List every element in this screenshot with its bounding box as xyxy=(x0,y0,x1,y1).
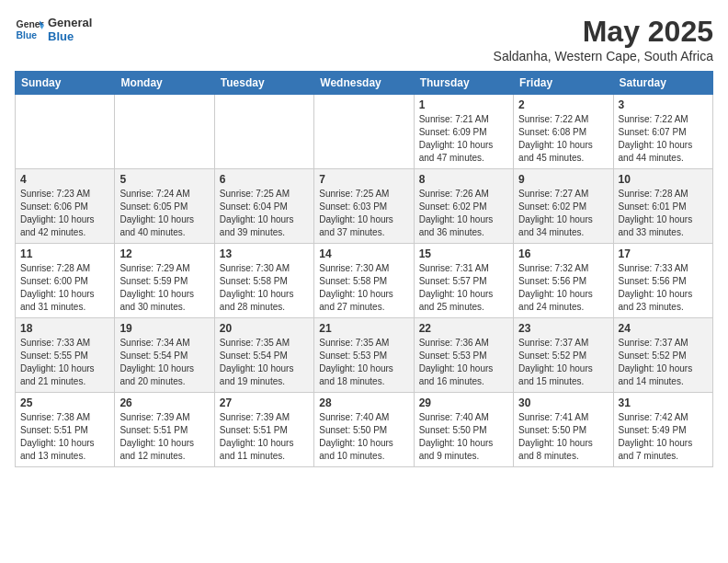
day-number: 13 xyxy=(220,247,309,260)
day-number: 16 xyxy=(518,247,608,260)
day-info: Sunrise: 7:35 AM Sunset: 5:53 PM Dayligh… xyxy=(319,337,408,388)
day-cell: 29Sunrise: 7:40 AM Sunset: 5:50 PM Dayli… xyxy=(414,393,513,467)
day-number: 12 xyxy=(119,247,209,260)
day-number: 26 xyxy=(119,396,209,409)
day-info: Sunrise: 7:35 AM Sunset: 5:54 PM Dayligh… xyxy=(220,337,309,388)
calendar-body: 1Sunrise: 7:21 AM Sunset: 6:09 PM Daylig… xyxy=(16,95,713,467)
day-info: Sunrise: 7:40 AM Sunset: 5:50 PM Dayligh… xyxy=(419,411,508,463)
day-cell xyxy=(16,95,115,169)
day-cell: 4Sunrise: 7:23 AM Sunset: 6:06 PM Daylig… xyxy=(16,169,115,244)
day-info: Sunrise: 7:39 AM Sunset: 5:51 PM Dayligh… xyxy=(220,411,309,463)
day-number: 1 xyxy=(419,98,508,111)
weekday-header-sunday: Sunday xyxy=(16,72,115,95)
day-number: 31 xyxy=(619,396,708,409)
day-number: 3 xyxy=(619,98,708,111)
day-info: Sunrise: 7:21 AM Sunset: 6:09 PM Dayligh… xyxy=(419,113,508,165)
day-cell: 7Sunrise: 7:25 AM Sunset: 6:03 PM Daylig… xyxy=(314,169,414,244)
day-info: Sunrise: 7:37 AM Sunset: 5:52 PM Dayligh… xyxy=(518,337,608,388)
day-cell: 31Sunrise: 7:42 AM Sunset: 5:49 PM Dayli… xyxy=(613,393,712,467)
day-cell: 8Sunrise: 7:26 AM Sunset: 6:02 PM Daylig… xyxy=(414,169,513,244)
day-cell: 11Sunrise: 7:28 AM Sunset: 6:00 PM Dayli… xyxy=(16,244,115,318)
day-info: Sunrise: 7:31 AM Sunset: 5:57 PM Dayligh… xyxy=(419,262,508,314)
day-info: Sunrise: 7:27 AM Sunset: 6:02 PM Dayligh… xyxy=(518,188,608,239)
day-number: 14 xyxy=(319,247,408,260)
weekday-header-saturday: Saturday xyxy=(613,72,712,95)
day-cell: 12Sunrise: 7:29 AM Sunset: 5:59 PM Dayli… xyxy=(115,244,214,318)
week-row-2: 4Sunrise: 7:23 AM Sunset: 6:06 PM Daylig… xyxy=(16,169,713,244)
logo-blue: Blue xyxy=(48,29,92,43)
day-cell: 28Sunrise: 7:40 AM Sunset: 5:50 PM Dayli… xyxy=(314,393,414,467)
day-cell: 23Sunrise: 7:37 AM Sunset: 5:52 PM Dayli… xyxy=(514,318,613,393)
day-info: Sunrise: 7:32 AM Sunset: 5:56 PM Dayligh… xyxy=(518,262,608,314)
day-cell: 22Sunrise: 7:36 AM Sunset: 5:53 PM Dayli… xyxy=(414,318,513,393)
day-number: 17 xyxy=(619,247,708,260)
day-cell: 15Sunrise: 7:31 AM Sunset: 5:57 PM Dayli… xyxy=(414,244,513,318)
day-info: Sunrise: 7:25 AM Sunset: 6:04 PM Dayligh… xyxy=(220,188,309,239)
weekday-header-friday: Friday xyxy=(514,72,613,95)
month-year: May 2025 xyxy=(494,15,713,49)
day-cell: 16Sunrise: 7:32 AM Sunset: 5:56 PM Dayli… xyxy=(514,244,613,318)
day-number: 11 xyxy=(20,247,109,260)
day-number: 29 xyxy=(419,396,508,409)
day-info: Sunrise: 7:24 AM Sunset: 6:05 PM Dayligh… xyxy=(119,188,209,239)
logo: General Blue General Blue xyxy=(15,15,92,44)
weekday-header-monday: Monday xyxy=(115,72,214,95)
day-number: 9 xyxy=(518,173,608,186)
day-cell xyxy=(214,95,313,169)
day-cell: 19Sunrise: 7:34 AM Sunset: 5:54 PM Dayli… xyxy=(115,318,214,393)
day-cell: 3Sunrise: 7:22 AM Sunset: 6:07 PM Daylig… xyxy=(613,95,712,169)
day-info: Sunrise: 7:28 AM Sunset: 6:00 PM Dayligh… xyxy=(20,262,109,314)
day-cell: 20Sunrise: 7:35 AM Sunset: 5:54 PM Dayli… xyxy=(214,318,313,393)
day-cell xyxy=(314,95,414,169)
day-cell: 24Sunrise: 7:37 AM Sunset: 5:52 PM Dayli… xyxy=(613,318,712,393)
day-info: Sunrise: 7:25 AM Sunset: 6:03 PM Dayligh… xyxy=(319,188,408,239)
day-cell: 5Sunrise: 7:24 AM Sunset: 6:05 PM Daylig… xyxy=(115,169,214,244)
title-area: May 2025 Saldanha, Western Cape, South A… xyxy=(494,15,713,63)
day-info: Sunrise: 7:30 AM Sunset: 5:58 PM Dayligh… xyxy=(220,262,309,314)
day-cell: 27Sunrise: 7:39 AM Sunset: 5:51 PM Dayli… xyxy=(214,393,313,467)
day-cell: 18Sunrise: 7:33 AM Sunset: 5:55 PM Dayli… xyxy=(16,318,115,393)
day-number: 24 xyxy=(619,322,708,335)
day-number: 15 xyxy=(419,247,508,260)
logo-general: General xyxy=(48,16,92,29)
day-info: Sunrise: 7:33 AM Sunset: 5:55 PM Dayligh… xyxy=(20,337,109,388)
day-number: 10 xyxy=(619,173,708,186)
calendar-table: SundayMondayTuesdayWednesdayThursdayFrid… xyxy=(15,71,713,467)
day-info: Sunrise: 7:33 AM Sunset: 5:56 PM Dayligh… xyxy=(619,262,708,314)
weekday-header-tuesday: Tuesday xyxy=(214,72,313,95)
day-number: 7 xyxy=(319,173,408,186)
day-info: Sunrise: 7:38 AM Sunset: 5:51 PM Dayligh… xyxy=(20,411,109,463)
day-number: 20 xyxy=(220,322,309,335)
weekday-header-thursday: Thursday xyxy=(414,72,513,95)
day-cell: 26Sunrise: 7:39 AM Sunset: 5:51 PM Dayli… xyxy=(115,393,214,467)
day-cell: 10Sunrise: 7:28 AM Sunset: 6:01 PM Dayli… xyxy=(613,169,712,244)
logo-icon: General Blue xyxy=(15,15,44,44)
day-cell: 30Sunrise: 7:41 AM Sunset: 5:50 PM Dayli… xyxy=(514,393,613,467)
location: Saldanha, Western Cape, South Africa xyxy=(494,49,713,63)
week-row-5: 25Sunrise: 7:38 AM Sunset: 5:51 PM Dayli… xyxy=(16,393,713,467)
day-number: 19 xyxy=(119,322,209,335)
day-number: 2 xyxy=(518,98,608,111)
day-cell: 17Sunrise: 7:33 AM Sunset: 5:56 PM Dayli… xyxy=(613,244,712,318)
day-number: 6 xyxy=(220,173,309,186)
day-info: Sunrise: 7:34 AM Sunset: 5:54 PM Dayligh… xyxy=(119,337,209,388)
day-info: Sunrise: 7:28 AM Sunset: 6:01 PM Dayligh… xyxy=(619,188,708,239)
day-number: 23 xyxy=(518,322,608,335)
week-row-3: 11Sunrise: 7:28 AM Sunset: 6:00 PM Dayli… xyxy=(16,244,713,318)
day-info: Sunrise: 7:40 AM Sunset: 5:50 PM Dayligh… xyxy=(319,411,408,463)
day-info: Sunrise: 7:22 AM Sunset: 6:08 PM Dayligh… xyxy=(518,113,608,165)
day-info: Sunrise: 7:30 AM Sunset: 5:58 PM Dayligh… xyxy=(319,262,408,314)
day-info: Sunrise: 7:39 AM Sunset: 5:51 PM Dayligh… xyxy=(119,411,209,463)
weekday-header-wednesday: Wednesday xyxy=(314,72,414,95)
day-number: 27 xyxy=(220,396,309,409)
day-cell: 6Sunrise: 7:25 AM Sunset: 6:04 PM Daylig… xyxy=(214,169,313,244)
day-info: Sunrise: 7:23 AM Sunset: 6:06 PM Dayligh… xyxy=(20,188,109,239)
day-number: 8 xyxy=(419,173,508,186)
day-number: 28 xyxy=(319,396,408,409)
day-info: Sunrise: 7:26 AM Sunset: 6:02 PM Dayligh… xyxy=(419,188,508,239)
svg-text:Blue: Blue xyxy=(17,30,38,40)
day-cell: 13Sunrise: 7:30 AM Sunset: 5:58 PM Dayli… xyxy=(214,244,313,318)
day-cell: 25Sunrise: 7:38 AM Sunset: 5:51 PM Dayli… xyxy=(16,393,115,467)
day-cell: 9Sunrise: 7:27 AM Sunset: 6:02 PM Daylig… xyxy=(514,169,613,244)
day-number: 18 xyxy=(20,322,109,335)
